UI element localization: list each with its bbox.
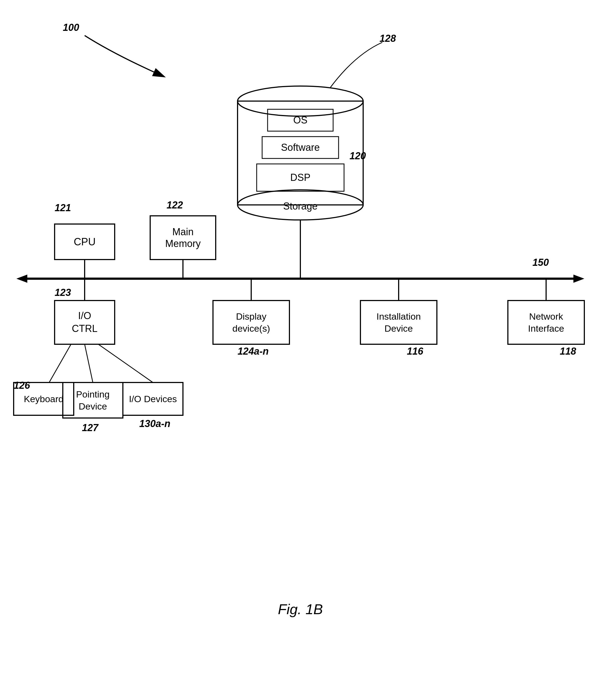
ref128-label: 128 — [379, 33, 396, 44]
io-ctrl-label: I/OCTRL — [54, 301, 115, 344]
software-label: Software — [262, 137, 339, 158]
bus-arrow-left — [16, 274, 27, 283]
ref122-label: 122 — [167, 200, 183, 211]
ref120-label: 120 — [349, 150, 366, 162]
ref123-label: 123 — [54, 287, 71, 298]
cpu-label: CPU — [54, 224, 115, 259]
ref116-label: 116 — [407, 346, 423, 357]
ioctrl-to-io-devices — [98, 344, 153, 382]
bus-arrow-right — [573, 274, 584, 283]
installation-device-label: InstallationDevice — [360, 301, 437, 344]
dsp-label: DSP — [257, 164, 344, 191]
io-devices-label: I/O Devices — [123, 382, 183, 415]
network-interface-label: NetworkInterface — [508, 301, 584, 344]
ref100-arrow — [85, 35, 164, 77]
ref121-label: 121 — [54, 202, 71, 214]
ref124an-label: 124a-n — [238, 346, 269, 357]
ref128-arrow — [330, 42, 382, 87]
ref127-label: 127 — [82, 422, 98, 434]
display-device-label: Displaydevice(s) — [213, 301, 289, 344]
os-label: OS — [268, 109, 333, 131]
fig-caption: Fig. 1B — [232, 601, 368, 617]
ref100-label: 100 — [63, 22, 79, 33]
main-memory-label: MainMemory — [150, 216, 216, 259]
ref118-label: 118 — [560, 346, 576, 357]
ioctrl-to-pointing — [85, 344, 93, 382]
ref150-label: 150 — [532, 257, 549, 268]
ioctrl-to-keyboard — [49, 344, 71, 382]
pointing-device-label: PointingDevice — [63, 382, 123, 418]
storage-label: Storage — [238, 194, 363, 219]
ref130an-label: 130a-n — [139, 418, 170, 430]
diagram: 100 128 120 121 122 123 150 116 118 124a… — [0, 0, 616, 674]
